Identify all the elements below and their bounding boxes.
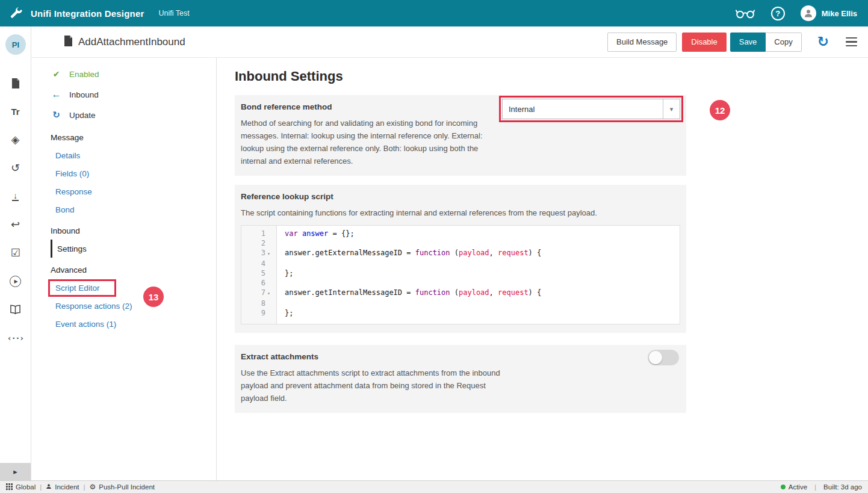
send-icon[interactable]: ◈ bbox=[11, 134, 20, 146]
integration-header: AddAttachmentInbound Build Message Disab… bbox=[31, 26, 868, 58]
environment-name[interactable]: Unifi Test bbox=[159, 9, 190, 17]
field-label: Reference lookup script bbox=[241, 192, 680, 201]
field-description: Method of searching for and validating a… bbox=[241, 117, 501, 167]
check-icon: ✔ bbox=[51, 69, 61, 79]
section-title-message: Message bbox=[31, 128, 216, 146]
fold-spacer bbox=[267, 299, 276, 308]
section-title-advanced: Advanced bbox=[31, 261, 216, 279]
glasses-icon[interactable] bbox=[735, 8, 755, 19]
separator: | bbox=[814, 483, 816, 491]
play-icon[interactable]: ▶ bbox=[10, 275, 21, 287]
line-number: 1 bbox=[241, 229, 276, 238]
user-name[interactable]: Mike Ellis bbox=[822, 9, 857, 18]
fold-spacer bbox=[267, 259, 276, 268]
nav-item-label: Bond bbox=[55, 205, 75, 214]
sidebar-item-bond[interactable]: Bond bbox=[31, 200, 216, 219]
gear-icon: ⚙ bbox=[90, 483, 96, 491]
process-segment[interactable]: ⚙ Push-Pull Incident bbox=[90, 483, 155, 491]
app-title: Unifi Integration Designer bbox=[31, 8, 144, 19]
code-text: var answer = {}; bbox=[276, 229, 355, 238]
page-title: AddAttachmentInbound bbox=[78, 36, 185, 48]
build-message-button[interactable]: Build Message bbox=[607, 33, 677, 52]
copy-button[interactable]: Copy bbox=[766, 33, 801, 52]
field-description: The script containing functions for extr… bbox=[241, 206, 662, 219]
expand-rail-icon[interactable]: ▸ bbox=[0, 463, 31, 480]
text-format-icon[interactable]: Tr bbox=[11, 105, 19, 117]
icon-rail: PI Tr ◈ ↺ ↓ ↩ ☑ ▶ ‹··› ▸ bbox=[0, 26, 31, 480]
dropdown-selected-value: Internal bbox=[503, 105, 663, 114]
sidebar-item-response-actions-2[interactable]: Response actions (2) bbox=[31, 297, 216, 315]
active-status-dot bbox=[781, 485, 786, 489]
fold-spacer bbox=[267, 278, 276, 288]
fold-arrow-icon[interactable]: ▾ bbox=[267, 248, 276, 259]
script-code-editor[interactable]: 1var answer = {};2 3▾answer.getExternalM… bbox=[241, 225, 680, 324]
user-avatar-icon[interactable] bbox=[801, 5, 816, 21]
download-icon[interactable]: ↓ bbox=[12, 190, 19, 202]
fold-spacer bbox=[267, 238, 276, 248]
nav-item-label: Response bbox=[55, 187, 92, 196]
code-text bbox=[276, 238, 289, 248]
line-number: 9 bbox=[241, 308, 276, 318]
bond-reference-method-select[interactable]: Internal ▾ bbox=[502, 99, 680, 119]
toggle-knob bbox=[649, 351, 662, 364]
chevron-down-icon[interactable]: ▾ bbox=[663, 99, 680, 119]
code-line: 8 bbox=[241, 299, 680, 308]
sidebar-item-event-actions-1[interactable]: Event actions (1) bbox=[31, 315, 216, 333]
code-text: answer.getInternalMessageID = function (… bbox=[276, 288, 541, 299]
field-description: Use the Extract attachments script to ex… bbox=[241, 367, 501, 405]
nav-item-label: Script Editor bbox=[55, 284, 100, 293]
entity-segment[interactable]: Incident bbox=[46, 483, 79, 491]
active-status-label: Active bbox=[789, 483, 807, 491]
line-number: 5 bbox=[241, 268, 276, 278]
field-label: Extract attachments bbox=[241, 352, 680, 361]
code-line: 7▾answer.getInternalMessageID = function… bbox=[241, 288, 680, 299]
sidebar-item-response[interactable]: Response bbox=[31, 182, 216, 200]
code-line: 5}; bbox=[241, 268, 680, 278]
history-icon[interactable]: ↺ bbox=[11, 162, 20, 174]
section-title: Inbound Settings bbox=[235, 69, 868, 84]
save-button[interactable]: Save bbox=[730, 33, 766, 52]
help-icon[interactable]: ? bbox=[771, 7, 785, 20]
reply-icon[interactable]: ↩ bbox=[11, 219, 20, 231]
wrench-icon[interactable] bbox=[10, 7, 23, 20]
code-line: 3▾answer.getExternalMessageID = function… bbox=[241, 248, 680, 259]
line-number: 3▾ bbox=[241, 248, 276, 259]
fold-arrow-icon[interactable]: ▾ bbox=[267, 288, 276, 299]
line-number: 8 bbox=[241, 299, 276, 308]
nav-item-label: Details bbox=[55, 151, 80, 160]
nav-status-label: Inbound bbox=[69, 90, 99, 99]
hamburger-menu-icon[interactable] bbox=[843, 35, 860, 49]
code-icon[interactable]: ‹··› bbox=[7, 332, 23, 344]
line-number: 6 bbox=[241, 278, 276, 288]
process-label: Push-Pull Incident bbox=[99, 483, 155, 491]
nav-item-label: Response actions (2) bbox=[55, 302, 132, 311]
fold-spacer bbox=[267, 308, 276, 318]
integration-avatar[interactable]: PI bbox=[5, 34, 26, 55]
code-text bbox=[276, 278, 289, 288]
extract-attachments-toggle[interactable] bbox=[648, 350, 679, 365]
person-icon bbox=[46, 483, 52, 491]
extract-attachments-card: Extract attachments Use the Extract atta… bbox=[235, 345, 686, 413]
tasks-icon[interactable]: ☑ bbox=[10, 247, 20, 259]
arrow-left-icon: ← bbox=[51, 89, 61, 100]
nav-status-label: Update bbox=[69, 111, 96, 120]
nav-status-inbound[interactable]: ←Inbound bbox=[31, 84, 216, 105]
sidebar-item-script-editor[interactable]: Script Editor bbox=[31, 279, 216, 297]
disable-button[interactable]: Disable bbox=[682, 33, 726, 52]
reference-lookup-script-card: Reference lookup script The script conta… bbox=[235, 185, 686, 333]
sidebar-item-details[interactable]: Details bbox=[31, 146, 216, 164]
sidebar-item-fields-0[interactable]: Fields (0) bbox=[31, 164, 216, 182]
nav-status-label: Enabled bbox=[69, 70, 99, 79]
refresh-icon[interactable]: ↻ bbox=[817, 35, 829, 49]
scope-segment[interactable]: Global bbox=[6, 483, 36, 491]
code-line: 4 bbox=[241, 259, 680, 268]
bond-reference-dropdown-wrap: Internal ▾ bbox=[502, 99, 680, 119]
nav-item-label: Event actions (1) bbox=[55, 320, 116, 329]
book-icon[interactable] bbox=[10, 303, 21, 315]
fold-spacer bbox=[267, 229, 276, 238]
nav-status-enabled[interactable]: ✔Enabled bbox=[31, 64, 216, 84]
code-text: }; bbox=[276, 268, 293, 278]
document-icon[interactable] bbox=[11, 77, 20, 89]
sidebar-item-settings[interactable]: Settings bbox=[51, 240, 216, 258]
nav-status-update[interactable]: ↻Update bbox=[31, 105, 216, 125]
